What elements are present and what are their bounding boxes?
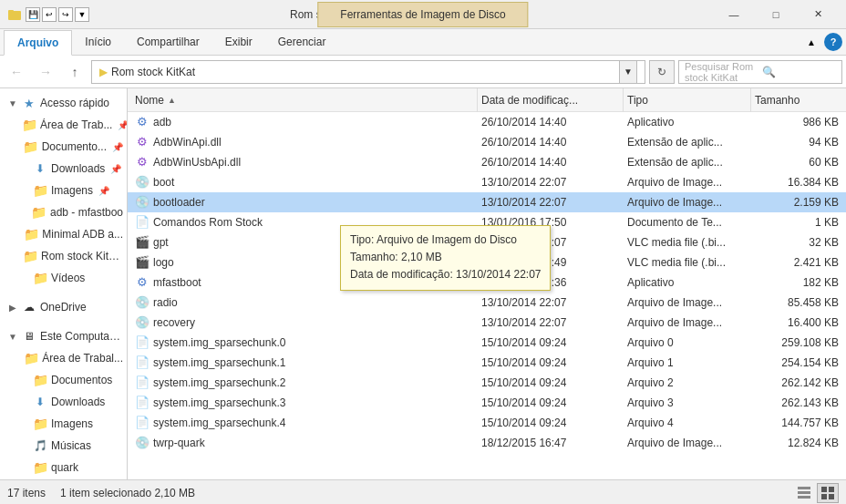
table-row[interactable]: 💿 radio 13/10/2014 22:07 Arquivo de Imag… — [128, 293, 846, 313]
sidebar: ▼ ★ Acesso rápido 📁 Área de Trab... 📌 📁 — [0, 88, 128, 479]
table-row[interactable]: 📄 system.img_sparsechunk.4 15/10/2014 09… — [128, 413, 846, 433]
table-row[interactable]: 📄 system.img_sparsechunk.2 15/10/2014 09… — [128, 373, 846, 393]
sidebar-item-videos2[interactable]: 📁 Vídeos — [0, 478, 127, 479]
sidebar-label-rom: Rom stock KitK... — [41, 250, 123, 262]
back-button[interactable]: ← — [4, 59, 29, 85]
tooltip-line-2: Tamanho: 2,10 MB — [350, 249, 541, 266]
sidebar-item-imagens2[interactable]: 📁 Imagens — [0, 413, 127, 435]
ribbon-expand-btn[interactable]: ▲ — [802, 33, 820, 51]
table-row[interactable]: 📄 system.img_sparsechunk.0 15/10/2014 09… — [128, 333, 846, 353]
file-type-cell: Documento de Te... — [624, 216, 751, 229]
col-header-tamanho[interactable]: Tamanho — [751, 88, 842, 112]
table-row[interactable]: 📄 system.img_sparsechunk.3 15/10/2014 09… — [128, 393, 846, 413]
file-size-cell: 262.142 KB — [751, 376, 842, 389]
minimize-button[interactable]: — — [713, 0, 755, 29]
sidebar-item-documentos[interactable]: 📁 Documento... 📌 — [0, 136, 127, 158]
img-icon: 💿 — [135, 436, 150, 450]
vlc-icon: 🎬 — [135, 255, 150, 270]
address-dropdown-btn[interactable]: ▼ — [619, 60, 637, 84]
file-size-cell: 16.384 KB — [751, 176, 842, 189]
sidebar-label-quark: quark — [51, 461, 78, 474]
title-bar: 💾 ↩ ↪ ▼ Ferramentas de Imagem de Disco R… — [0, 0, 846, 29]
onedrive-label: OneDrive — [40, 301, 87, 314]
tab-gerenciar[interactable]: Gerenciar — [265, 29, 339, 55]
up-button[interactable]: ↑ — [62, 59, 88, 85]
address-path[interactable]: ▶ Rom stock KitKat ▼ — [91, 60, 645, 84]
sidebar-item-musicas[interactable]: 🎵 Músicas — [0, 435, 127, 457]
sidebar-item-documentos2[interactable]: 📁 Documentos — [0, 369, 127, 391]
table-row[interactable]: 💿 twrp-quark 18/12/2015 16:47 Arquivo de… — [128, 433, 846, 453]
sidebar-item-area-trab[interactable]: 📁 Área de Trab... 📌 — [0, 114, 127, 136]
col-header-tipo[interactable]: Tipo — [624, 88, 751, 112]
file-date-cell: 15/10/2014 09:24 — [478, 417, 624, 429]
tab-arquivo[interactable]: Arquivo — [4, 30, 72, 56]
table-row[interactable]: 💿 bootloader 13/10/2014 22:07 Arquivo de… — [128, 192, 846, 212]
file-list: Nome ▲ Data de modificaç... Tipo Tamanho… — [128, 88, 846, 479]
sidebar-item-rom-stock[interactable]: 📁 Rom stock KitK... — [0, 245, 127, 267]
ribbon: Arquivo Início Compartilhar Exibir Geren… — [0, 29, 846, 56]
file-type-cell: Arquivo de Image... — [624, 316, 751, 329]
table-row[interactable]: 💿 recovery 13/10/2014 22:07 Arquivo de I… — [128, 313, 846, 333]
file-size-cell: 259.108 KB — [751, 336, 842, 349]
file-name-cell: 💿 boot — [131, 175, 478, 190]
sidebar-item-videos[interactable]: 📁 Vídeos — [0, 267, 127, 289]
col-header-data[interactable]: Data de modificaç... — [478, 88, 624, 112]
window-controls: — □ ✕ — [713, 0, 839, 29]
sidebar-item-quark[interactable]: 📁 quark — [0, 457, 127, 478]
help-button[interactable]: ? — [824, 33, 842, 51]
sidebar-item-minimal-adb[interactable]: 📁 Minimal ADB a... — [0, 223, 127, 245]
file-size-cell: 2.421 KB — [751, 256, 842, 269]
main-layout: ▼ ★ Acesso rápido 📁 Área de Trab... 📌 📁 — [0, 88, 846, 479]
list-view-btn[interactable] — [817, 483, 839, 503]
dll-icon: ⚙ — [135, 135, 150, 149]
close-button[interactable]: ✕ — [797, 0, 839, 29]
sidebar-item-adb[interactable]: 📁 adb - mfastboo — [0, 201, 127, 223]
table-row[interactable]: ⚙ AdbWinApi.dll 26/10/2014 14:40 Extensã… — [128, 132, 846, 152]
file-size-cell: 85.458 KB — [751, 296, 842, 309]
table-row[interactable]: 📄 system.img_sparsechunk.1 15/10/2014 09… — [128, 353, 846, 373]
search-placeholder: Pesquisar Rom stock KitKat — [685, 61, 758, 83]
folder-icon-5: 📁 — [24, 227, 38, 242]
music-icon: 🎵 — [33, 438, 47, 453]
folder-icon-3: 📁 — [33, 183, 47, 198]
file-type-cell: Arquivo 0 — [624, 336, 751, 349]
exe-icon: ⚙ — [135, 275, 150, 290]
sort-arrow-nome: ▲ — [168, 96, 176, 105]
sidebar-label-documentos: Documento... — [42, 140, 107, 153]
sidebar-item-area-trabalho[interactable]: 📁 Área de Trabal... — [0, 347, 127, 369]
exe-icon: ⚙ — [135, 115, 150, 129]
sidebar-item-imagens[interactable]: 📁 Imagens 📌 — [0, 180, 127, 201]
search-box[interactable]: Pesquisar Rom stock KitKat 🔍 — [678, 60, 842, 84]
file-type-cell: Arquivo de Image... — [624, 176, 751, 189]
tab-compartilhar[interactable]: Compartilhar — [124, 29, 212, 55]
forward-button[interactable]: → — [33, 59, 58, 85]
sidebar-item-quick-access-header[interactable]: ▼ ★ Acesso rápido — [0, 92, 127, 114]
sidebar-label-documentos2: Documentos — [51, 374, 112, 386]
file-date-cell: 13/10/2014 22:07 — [478, 196, 624, 209]
table-row[interactable]: ⚙ AdbWinUsbApi.dll 26/10/2014 14:40 Exte… — [128, 152, 846, 172]
dll-icon: ⚙ — [135, 155, 150, 170]
save-tb-btn[interactable]: 💾 — [26, 7, 40, 22]
file-type-cell: Arquivo 3 — [624, 396, 751, 409]
file-type-cell: Arquivo 2 — [624, 376, 751, 389]
file-name-cell: 💿 radio — [131, 295, 478, 310]
refresh-button[interactable]: ↻ — [649, 60, 675, 84]
sidebar-item-downloads2[interactable]: ⬇ Downloads — [0, 391, 127, 413]
address-path-icon: ▶ — [99, 66, 108, 78]
tab-inicio[interactable]: Início — [72, 29, 124, 55]
folder-icon-2: 📁 — [24, 139, 38, 154]
table-row[interactable]: ⚙ adb 26/10/2014 14:40 Aplicativo 986 KB — [128, 112, 846, 132]
sidebar-label-musicas: Músicas — [51, 439, 91, 452]
folder-icon-pc-2: 📁 — [33, 373, 47, 387]
col-header-nome[interactable]: Nome ▲ — [131, 88, 478, 112]
tab-exibir[interactable]: Exibir — [212, 29, 265, 55]
redo-tb-btn[interactable]: ↪ — [58, 7, 73, 22]
table-row[interactable]: 💿 boot 13/10/2014 22:07 Arquivo de Image… — [128, 172, 846, 192]
down-arrow-tb[interactable]: ▼ — [75, 7, 89, 22]
sidebar-item-downloads[interactable]: ⬇ Downloads 📌 — [0, 158, 127, 180]
sidebar-item-pc-header[interactable]: ▼ 🖥 Este Computado... — [0, 325, 127, 347]
undo-tb-btn[interactable]: ↩ — [42, 7, 57, 22]
sidebar-item-onedrive-header[interactable]: ▶ ☁ OneDrive — [0, 296, 127, 318]
maximize-button[interactable]: □ — [755, 0, 797, 29]
details-view-btn[interactable] — [793, 483, 815, 503]
